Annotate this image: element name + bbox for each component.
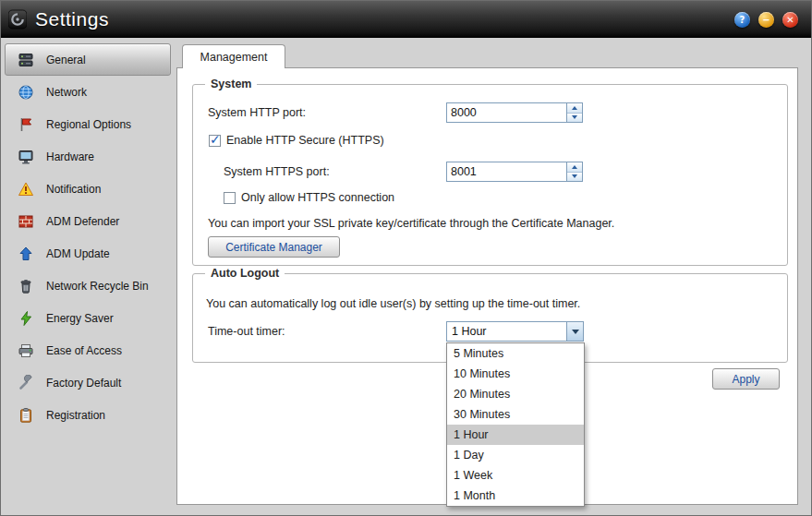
- chevron-down-icon: [572, 330, 579, 334]
- auto-logout-description: You can automatically log out idle user(…: [206, 297, 580, 310]
- sidebar-item-label: Hardware: [46, 150, 94, 163]
- app-logo-icon: [8, 10, 27, 29]
- trash-icon: [17, 277, 35, 295]
- sidebar-item-notification[interactable]: Notification: [5, 173, 171, 205]
- dropdown-option-selected[interactable]: 1 Hour: [447, 425, 584, 445]
- system-section-title: System: [205, 78, 257, 90]
- monitor-icon: [17, 148, 35, 166]
- sidebar-item-ease-of-access[interactable]: Ease of Access: [5, 334, 171, 366]
- sidebar-item-label: General: [46, 54, 86, 66]
- spin-up-button[interactable]: [567, 103, 582, 113]
- http-port-field-group: [446, 102, 583, 123]
- enable-https-label: Enable HTTP Secure (HTTPS): [226, 134, 384, 147]
- apply-button[interactable]: Apply: [712, 368, 780, 390]
- sidebar-item-energy-saver[interactable]: Energy Saver: [5, 302, 171, 334]
- sidebar-item-network-recycle-bin[interactable]: Network Recycle Bin: [5, 270, 171, 302]
- https-port-field-group: [446, 162, 583, 182]
- enable-https-checkbox-row[interactable]: Enable HTTP Secure (HTTPS): [209, 134, 384, 147]
- globe-icon: [17, 83, 35, 102]
- sidebar-item-label: Factory Default: [46, 377, 121, 390]
- spin-down-button[interactable]: [567, 113, 582, 123]
- sidebar-item-network[interactable]: Network: [5, 76, 171, 108]
- spin-down-icon: [572, 174, 577, 178]
- timeout-timer-options-list: 5 Minutes 10 Minutes 20 Minutes 30 Minut…: [446, 342, 585, 507]
- dropdown-option[interactable]: 30 Minutes: [447, 404, 584, 425]
- spin-up-icon: [572, 106, 577, 110]
- only-https-checkbox-row[interactable]: Only allow HTTPS connection: [224, 191, 394, 204]
- enable-https-checkbox[interactable]: [209, 135, 221, 147]
- dropdown-option[interactable]: 1 Day: [447, 445, 584, 465]
- energy-leaf-icon: [17, 309, 35, 328]
- help-button[interactable]: ?: [734, 12, 750, 28]
- timeout-timer-value: 1 Hour: [447, 322, 566, 341]
- auto-logout-section-title: Auto Logout: [205, 267, 285, 280]
- http-port-label: System HTTP port:: [208, 102, 306, 123]
- system-section: System System HTTP port: Enable HTTP Sec…: [192, 84, 788, 266]
- dropdown-option[interactable]: 5 Minutes: [447, 343, 584, 364]
- close-button[interactable]: ✕: [782, 12, 798, 28]
- only-https-label: Only allow HTTPS connection: [241, 191, 394, 204]
- timeout-timer-label: Time-out timer:: [208, 321, 285, 342]
- sidebar-item-label: Ease of Access: [46, 344, 122, 357]
- firewall-icon: [17, 212, 35, 231]
- sidebar-item-label: ADM Defender: [46, 215, 119, 228]
- title-bar: Settings ? − ✕: [1, 1, 811, 38]
- sidebar-item-label: Notification: [46, 183, 101, 196]
- dropdown-option[interactable]: 10 Minutes: [447, 364, 584, 384]
- certificate-manager-button-label: Certificate Manager: [225, 241, 322, 254]
- clipboard-icon: [17, 406, 35, 425]
- sidebar-item-registration[interactable]: Registration: [5, 399, 171, 431]
- spin-down-button[interactable]: [567, 172, 582, 182]
- server-icon: [17, 51, 35, 69]
- warning-icon: [17, 180, 35, 198]
- https-port-spinner: [567, 162, 583, 182]
- dropdown-button[interactable]: [566, 322, 583, 341]
- timeout-timer-dropdown[interactable]: 1 Hour: [446, 321, 584, 342]
- http-port-input[interactable]: [446, 102, 567, 123]
- dropdown-option[interactable]: 1 Month: [447, 486, 584, 506]
- minimize-button[interactable]: −: [758, 12, 774, 28]
- dropdown-option[interactable]: 1 Week: [447, 465, 584, 486]
- https-port-label: System HTTPS port:: [224, 162, 330, 182]
- settings-sidebar: General Network Regional Options Hardwar…: [5, 43, 171, 510]
- flag-icon: [17, 115, 35, 134]
- sidebar-item-regional-options[interactable]: Regional Options: [5, 108, 171, 140]
- sidebar-item-label: Network Recycle Bin: [46, 280, 149, 293]
- ssl-note: You can import your SSL private key/cert…: [208, 217, 614, 230]
- settings-window: Settings ? − ✕ General Network Regional …: [0, 0, 812, 516]
- spin-up-button[interactable]: [567, 162, 582, 172]
- arrow-up-icon: [17, 245, 35, 263]
- wrench-icon: [17, 374, 35, 392]
- management-panel: System System HTTP port: Enable HTTP Sec…: [176, 67, 798, 505]
- sidebar-item-label: Energy Saver: [46, 312, 114, 325]
- auto-logout-section: Auto Logout You can automatically log ou…: [192, 273, 788, 363]
- printer-icon: [17, 342, 35, 360]
- sidebar-item-adm-defender[interactable]: ADM Defender: [5, 205, 171, 237]
- http-port-spinner: [567, 102, 583, 123]
- sidebar-item-factory-default[interactable]: Factory Default: [5, 366, 171, 399]
- sidebar-item-label: Registration: [46, 409, 105, 422]
- spin-down-icon: [572, 115, 577, 119]
- sidebar-item-label: Network: [46, 86, 87, 99]
- window-title: Settings: [35, 8, 109, 30]
- dropdown-option[interactable]: 20 Minutes: [447, 384, 584, 404]
- tab-label: Management: [200, 51, 268, 64]
- sidebar-item-hardware[interactable]: Hardware: [5, 140, 171, 173]
- sidebar-item-label: Regional Options: [46, 118, 131, 131]
- sidebar-item-adm-update[interactable]: ADM Update: [5, 237, 171, 270]
- apply-button-label: Apply: [732, 373, 759, 386]
- https-port-input[interactable]: [446, 162, 567, 182]
- window-controls: ? − ✕: [734, 12, 798, 28]
- only-https-checkbox[interactable]: [224, 192, 236, 204]
- sidebar-item-label: ADM Update: [46, 247, 110, 260]
- sidebar-item-general[interactable]: General: [5, 43, 171, 76]
- spin-up-icon: [572, 165, 577, 169]
- certificate-manager-button[interactable]: Certificate Manager: [208, 236, 340, 258]
- tab-management[interactable]: Management: [182, 44, 285, 68]
